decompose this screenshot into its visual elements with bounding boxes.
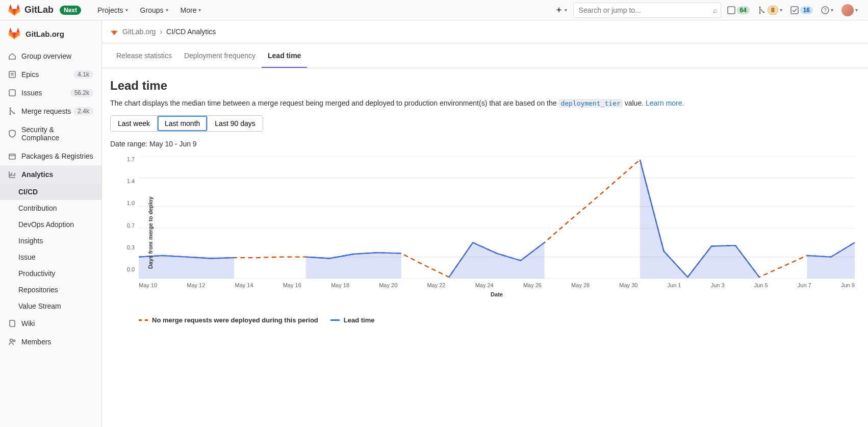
range-last-90-days[interactable]: Last 90 days bbox=[208, 116, 262, 131]
members-icon bbox=[8, 338, 16, 346]
sidebar-item-members[interactable]: Members bbox=[0, 333, 101, 351]
legend-label: No merge requests were deployed during t… bbox=[152, 316, 318, 324]
chevron-down-icon: ▾ bbox=[855, 7, 858, 13]
epic-icon bbox=[8, 70, 16, 79]
top-navbar: GitLab Next Projects▾ Groups▾ More▾ ＋▾ ⌕… bbox=[0, 0, 868, 20]
issues-icon bbox=[8, 89, 16, 97]
sidebar-sub-ci-cd[interactable]: CI/CD bbox=[0, 184, 101, 200]
svg-point-9 bbox=[10, 108, 11, 109]
sidebar-sub-devops-adoption[interactable]: DevOps Adoption bbox=[0, 216, 101, 233]
brand-name[interactable]: GitLab bbox=[24, 5, 54, 15]
mr-counter[interactable]: 8 ▾ bbox=[756, 5, 784, 16]
chart-legend: No merge requests were deployed during t… bbox=[139, 316, 860, 324]
next-badge[interactable]: Next bbox=[60, 6, 81, 15]
legend-item[interactable]: No merge requests were deployed during t… bbox=[139, 316, 318, 324]
svg-point-10 bbox=[10, 114, 11, 115]
search-input[interactable] bbox=[573, 3, 721, 18]
sidebar-item-group-overview[interactable]: Group overview bbox=[0, 47, 101, 65]
home-icon bbox=[8, 52, 16, 60]
sidebar-item-epics[interactable]: Epics4.1k bbox=[0, 65, 101, 84]
svg-rect-8 bbox=[9, 90, 15, 96]
sidebar-item-analytics[interactable]: Analytics bbox=[0, 165, 101, 184]
nav-more[interactable]: More▾ bbox=[176, 4, 206, 16]
date-range-segmented: Last weekLast monthLast 90 days bbox=[110, 115, 263, 132]
plus-icon: ＋ bbox=[555, 5, 563, 15]
sidebar-item-packages-registries[interactable]: Packages & Registries bbox=[0, 147, 101, 165]
sidebar-item-label: Packages & Registries bbox=[21, 152, 93, 160]
chevron-down-icon: ▾ bbox=[780, 7, 782, 13]
sidebar-item-wiki[interactable]: Wiki bbox=[0, 314, 101, 333]
question-icon: ? bbox=[821, 6, 829, 14]
page-description: The chart displays the median time betwe… bbox=[110, 99, 860, 107]
svg-point-1 bbox=[759, 6, 760, 8]
legend-label: Lead time bbox=[344, 316, 375, 324]
gitlab-logo-icon bbox=[8, 28, 20, 40]
todo-icon bbox=[790, 6, 799, 14]
date-range-label: Date range: May 10 - Jun 9 bbox=[110, 140, 860, 148]
learn-more-link[interactable]: Learn more. bbox=[646, 99, 684, 107]
breadcrumb-current: CI/CD Analytics bbox=[166, 28, 216, 36]
search-icon: ⌕ bbox=[713, 6, 717, 14]
breadcrumb-group[interactable]: GitLab.org bbox=[122, 28, 156, 36]
legend-swatch bbox=[139, 319, 148, 321]
sidebar-sub-productivity[interactable]: Productivity bbox=[0, 265, 101, 282]
tab-release-statistics[interactable]: Release statistics bbox=[110, 43, 178, 68]
svg-point-3 bbox=[763, 11, 764, 13]
merge-icon bbox=[758, 6, 766, 14]
svg-rect-7 bbox=[9, 71, 15, 78]
code-literal: deployment_tier bbox=[558, 99, 622, 108]
tabs: Release statisticsDeployment frequencyLe… bbox=[102, 43, 868, 68]
chevron-down-icon: ▾ bbox=[831, 7, 833, 13]
sidebar-item-label: Analytics bbox=[21, 170, 53, 179]
sidebar-sub-value-stream[interactable]: Value Stream bbox=[0, 298, 101, 314]
sidebar-item-label: Group overview bbox=[21, 52, 71, 60]
todos-counter[interactable]: 16 bbox=[788, 5, 815, 15]
sidebar-project-label: GitLab.org bbox=[25, 30, 64, 38]
merge-icon bbox=[8, 107, 16, 115]
sidebar-item-merge-requests[interactable]: Merge requests2.4k bbox=[0, 102, 101, 120]
package-icon bbox=[8, 152, 16, 160]
sidebar-item-issues[interactable]: Issues56.2k bbox=[0, 84, 101, 102]
x-axis-ticks: May 10May 12May 14May 16May 18May 20May … bbox=[139, 282, 855, 288]
sidebar: GitLab.org Group overviewEpics4.1kIssues… bbox=[0, 20, 102, 427]
avatar bbox=[841, 4, 854, 16]
svg-point-13 bbox=[10, 339, 13, 342]
chevron-down-icon: ▾ bbox=[125, 7, 128, 13]
sidebar-item-label: Issues bbox=[21, 89, 42, 97]
sidebar-item-security-compliance[interactable]: Security & Compliance bbox=[0, 120, 101, 147]
book-icon bbox=[8, 319, 16, 328]
help-menu[interactable]: ? ▾ bbox=[819, 5, 835, 15]
sidebar-sub-contribution[interactable]: Contribution bbox=[0, 200, 101, 216]
svg-rect-4 bbox=[791, 7, 798, 14]
svg-text:?: ? bbox=[824, 8, 827, 13]
issues-icon bbox=[727, 6, 735, 14]
plus-menu[interactable]: ＋▾ bbox=[553, 4, 569, 16]
tab-lead-time[interactable]: Lead time bbox=[262, 43, 307, 68]
nav-projects[interactable]: Projects▾ bbox=[93, 4, 132, 16]
sidebar-item-label: Merge requests bbox=[21, 107, 71, 115]
sidebar-sub-issue[interactable]: Issue bbox=[0, 249, 101, 265]
sidebar-count: 4.1k bbox=[73, 70, 93, 79]
chart-icon bbox=[8, 170, 16, 179]
legend-swatch bbox=[330, 319, 340, 321]
issues-counter[interactable]: 64 bbox=[725, 5, 752, 15]
main-content: GitLab.org › CI/CD Analytics Release sta… bbox=[102, 20, 868, 427]
chevron-down-icon: ▾ bbox=[565, 7, 567, 13]
sidebar-sub-repositories[interactable]: Repositories bbox=[0, 282, 101, 298]
range-last-week[interactable]: Last week bbox=[111, 116, 158, 131]
sidebar-sub-insights[interactable]: Insights bbox=[0, 233, 101, 249]
legend-item[interactable]: Lead time bbox=[330, 316, 375, 324]
sidebar-project[interactable]: GitLab.org bbox=[0, 20, 101, 47]
svg-point-14 bbox=[13, 340, 15, 342]
nav-groups[interactable]: Groups▾ bbox=[136, 4, 172, 16]
gitlab-logo-icon bbox=[110, 28, 118, 36]
svg-point-11 bbox=[14, 113, 15, 114]
tab-deployment-frequency[interactable]: Deployment frequency bbox=[178, 43, 262, 68]
range-last-month[interactable]: Last month bbox=[158, 116, 208, 131]
svg-point-2 bbox=[759, 12, 760, 14]
chart-plot-area bbox=[139, 156, 855, 279]
sidebar-item-label: Security & Compliance bbox=[21, 125, 93, 142]
chevron-down-icon: ▾ bbox=[166, 7, 168, 13]
sidebar-item-label: Members bbox=[21, 338, 51, 346]
user-menu[interactable]: ▾ bbox=[839, 3, 860, 17]
